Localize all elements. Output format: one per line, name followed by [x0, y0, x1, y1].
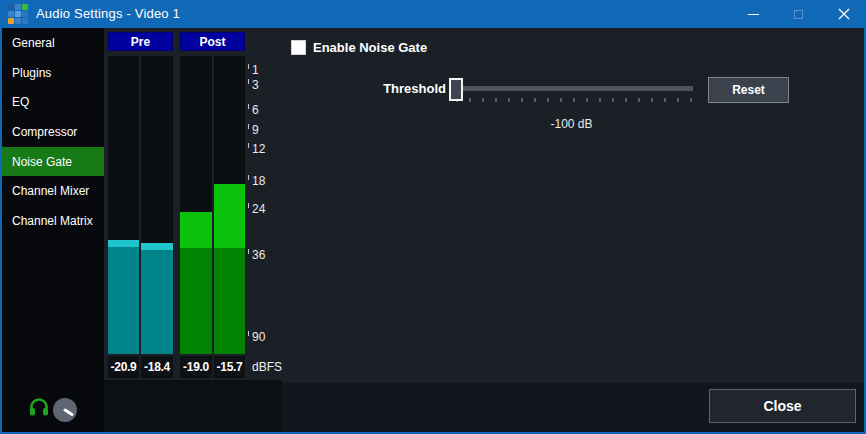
scale-mark: 1: [248, 63, 259, 77]
maximize-button[interactable]: [776, 0, 821, 28]
window-title: Audio Settings - Video 1: [36, 6, 180, 21]
slider-tick-icon: [560, 98, 562, 102]
app-logo-icon: [8, 4, 29, 25]
slider-tick-icon: [651, 98, 653, 102]
headphones-icon[interactable]: [28, 396, 50, 418]
maximize-icon: [794, 10, 803, 19]
slider-tick-icon: [547, 98, 549, 102]
sidebar-item-noise-gate[interactable]: Noise Gate: [2, 147, 104, 177]
slider-tick-icon: [677, 98, 679, 102]
meter-bar-segment: [141, 243, 173, 250]
meter-bar-segment: [108, 247, 139, 354]
sidebar-item-general[interactable]: General: [2, 28, 104, 58]
scale-mark: 3: [248, 78, 259, 92]
threshold-label: Threshold: [346, 81, 446, 96]
reset-button[interactable]: Reset: [708, 77, 789, 103]
threshold-value: -100 dB: [450, 117, 693, 131]
minimize-button[interactable]: [731, 0, 776, 28]
meter-bar-segment: [108, 240, 139, 247]
close-window-button[interactable]: [821, 0, 866, 28]
titlebar: Audio Settings - Video 1: [0, 0, 866, 28]
slider-tick-icon: [521, 98, 523, 102]
scale-tick-icon: [248, 249, 249, 254]
scale-mark: 18: [248, 174, 265, 188]
scale-mark: 12: [248, 142, 265, 156]
sidebar-item-eq[interactable]: EQ: [2, 87, 104, 117]
slider-tick-icon: [586, 98, 588, 102]
scale-tick-icon: [248, 124, 249, 129]
window-controls: [731, 0, 866, 28]
meter-panel-base: [104, 380, 282, 432]
scale-mark: 6: [248, 103, 259, 117]
scale-mark: 24: [248, 202, 265, 216]
scale-tick-icon: [248, 331, 249, 336]
threshold-slider-track[interactable]: [450, 86, 693, 91]
meter-bar-segment: [214, 248, 245, 354]
meter-reading-pre-right: -18.4: [141, 356, 173, 378]
slider-tick-icon: [599, 98, 601, 102]
meter-reading-post-left: -19.0: [180, 356, 212, 378]
meter-bar-segment: [214, 184, 245, 248]
threshold-slider-thumb[interactable]: [449, 78, 463, 101]
scale-tick-icon: [248, 175, 249, 180]
sidebar: General Plugins EQ Compressor Noise Gate…: [2, 28, 104, 432]
meter-header-pre: Pre: [108, 32, 173, 51]
slider-tick-icon: [573, 98, 575, 102]
slider-tick-icon: [534, 98, 536, 102]
slider-tick-icon: [664, 98, 666, 102]
slider-tick-icon: [625, 98, 627, 102]
slider-tick-icon: [612, 98, 614, 102]
scale-tick-icon: [248, 143, 249, 148]
slider-tick-icon: [469, 98, 471, 102]
scale-mark: 90: [248, 330, 265, 344]
meter-bar-segment: [141, 250, 173, 354]
enable-noise-gate-checkbox[interactable]: [291, 40, 306, 55]
meter-bar-segment: [180, 212, 212, 248]
sidebar-item-plugins[interactable]: Plugins: [2, 58, 104, 88]
scale-mark: 9: [248, 123, 259, 137]
close-button[interactable]: Close: [709, 389, 856, 423]
meter-header-post: Post: [180, 32, 245, 51]
scale-tick-icon: [248, 64, 249, 69]
meter-bar-segment: [180, 248, 212, 354]
slider-tick-icon: [638, 98, 640, 102]
close-icon: [838, 8, 850, 20]
headphone-volume-knob[interactable]: [52, 397, 78, 423]
scale-tick-icon: [248, 79, 249, 84]
sidebar-item-channel-mixer[interactable]: Channel Mixer: [2, 176, 104, 206]
sidebar-item-compressor[interactable]: Compressor: [2, 117, 104, 147]
minimize-icon: [748, 14, 759, 15]
slider-tick-icon: [495, 98, 497, 102]
slider-tick-icon: [508, 98, 510, 102]
audio-settings-window: Audio Settings - Video 1 General Plugins…: [0, 0, 866, 434]
meter-reading-pre-left: -20.9: [108, 356, 139, 378]
slider-tick-icon: [690, 98, 692, 102]
scale-mark: 36: [248, 248, 265, 262]
scale-tick-icon: [248, 203, 249, 208]
meter-reading-post-right: -15.7: [214, 356, 245, 378]
sidebar-item-channel-matrix[interactable]: Channel Matrix: [2, 206, 104, 236]
enable-noise-gate-label: Enable Noise Gate: [313, 40, 427, 55]
slider-tick-icon: [482, 98, 484, 102]
meter-unit-label: dBFS: [252, 356, 282, 378]
scale-tick-icon: [248, 104, 249, 109]
